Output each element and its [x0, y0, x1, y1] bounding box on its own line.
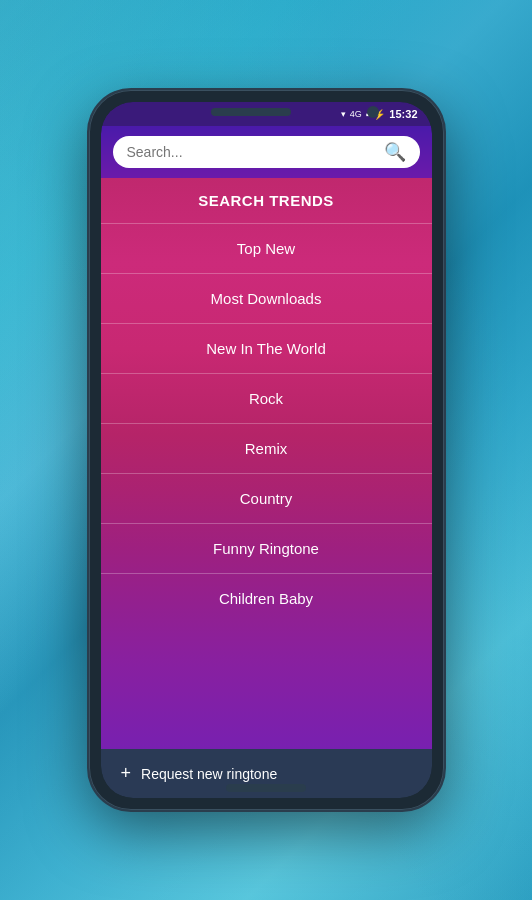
- speaker-top: [211, 108, 291, 116]
- menu-item-country[interactable]: Country: [101, 473, 432, 523]
- speaker-bottom: [226, 784, 306, 792]
- search-input[interactable]: [127, 144, 376, 160]
- camera: [367, 106, 379, 118]
- plus-icon: +: [121, 763, 132, 784]
- status-time: 15:32: [389, 108, 417, 120]
- menu-item-remix[interactable]: Remix: [101, 423, 432, 473]
- menu-item-rock[interactable]: Rock: [101, 373, 432, 423]
- status-icons: ▾ 4G ▪ ⚡ 15:32: [341, 108, 418, 120]
- menu-item-funny-ringtone[interactable]: Funny Ringtone: [101, 523, 432, 573]
- menu-item-top-new[interactable]: Top New: [101, 223, 432, 273]
- phone-frame: ▾ 4G ▪ ⚡ 15:32 🔍 SEARCH TRENDS: [89, 90, 444, 810]
- network-label: 4G: [350, 109, 362, 119]
- top-bar: 🔍: [101, 126, 432, 178]
- menu-item-most-downloads[interactable]: Most Downloads: [101, 273, 432, 323]
- search-box[interactable]: 🔍: [113, 136, 420, 168]
- wifi-icon: ▾: [341, 109, 346, 119]
- phone-screen: ▾ 4G ▪ ⚡ 15:32 🔍 SEARCH TRENDS: [101, 102, 432, 798]
- request-ringtone-label: Request new ringtone: [141, 766, 277, 782]
- search-icon: 🔍: [384, 142, 406, 162]
- content-area: SEARCH TRENDS Top New Most Downloads New…: [101, 178, 432, 749]
- search-button[interactable]: 🔍: [384, 143, 406, 161]
- menu-item-new-in-world[interactable]: New In The World: [101, 323, 432, 373]
- section-title: SEARCH TRENDS: [101, 178, 432, 223]
- screen-content: ▾ 4G ▪ ⚡ 15:32 🔍 SEARCH TRENDS: [101, 102, 432, 798]
- menu-item-children-baby[interactable]: Children Baby: [101, 573, 432, 623]
